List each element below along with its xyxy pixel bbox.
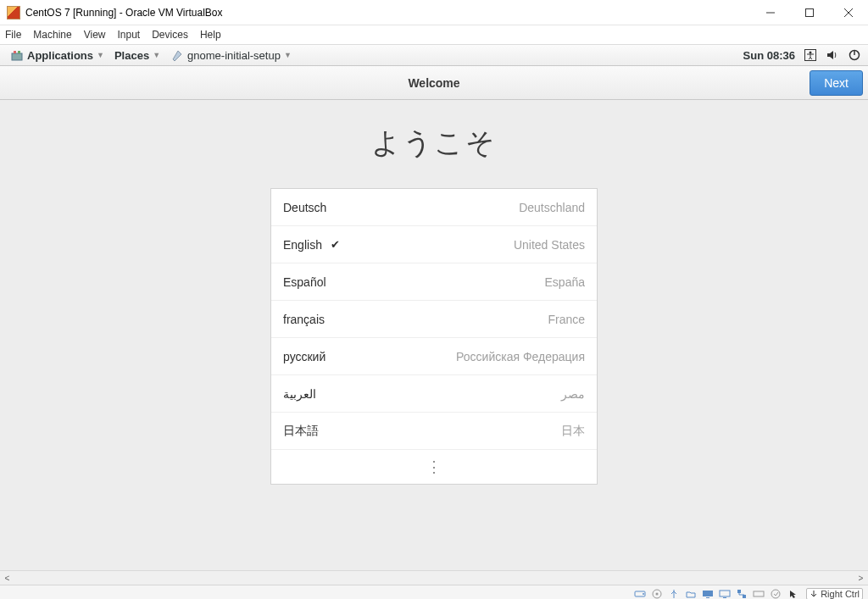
svg-point-12 [643, 593, 644, 595]
optical-status-icon[interactable] [650, 587, 663, 599]
check-icon: ✔ [331, 238, 340, 251]
harddisk-status-icon[interactable] [633, 587, 646, 599]
minimize-button[interactable] [751, 0, 790, 25]
vb-menu-help[interactable]: Help [200, 29, 221, 41]
svg-rect-17 [720, 591, 730, 596]
down-arrow-icon [810, 590, 818, 598]
svg-rect-18 [723, 597, 726, 598]
svg-rect-19 [737, 590, 741, 593]
applications-icon [10, 48, 24, 62]
vb-menu-devices[interactable]: Devices [152, 29, 188, 41]
svg-rect-20 [743, 595, 746, 598]
svg-rect-16 [706, 597, 709, 598]
vb-menu-file[interactable]: File [5, 29, 21, 41]
language-list: Deutsch Deutschland English ✔ United Sta… [270, 188, 598, 485]
recording-status-icon[interactable] [718, 587, 731, 599]
maximize-button[interactable] [790, 0, 829, 25]
initial-setup-icon [170, 48, 184, 62]
applications-menu[interactable]: Applications ▼ [7, 48, 108, 62]
gnome-top-bar: Applications ▼ Places ▼ gnome-initial-se… [0, 44, 868, 66]
mouse-integration-icon[interactable] [786, 587, 798, 599]
active-app-menu[interactable]: gnome-initial-setup ▼ [167, 48, 295, 62]
vb-menu-view[interactable]: View [84, 29, 106, 41]
clock[interactable]: Sun 08:36 [743, 49, 795, 62]
volume-icon[interactable] [826, 48, 839, 62]
audio-status-icon[interactable] [752, 587, 765, 599]
welcome-heading: ようこそ [0, 124, 868, 163]
network-status-icon[interactable] [735, 587, 748, 599]
language-item-russian[interactable]: русский Российская Федерация [271, 338, 597, 375]
language-item-espanol[interactable]: Español España [271, 263, 597, 301]
vb-menu-machine[interactable]: Machine [33, 29, 71, 41]
close-button[interactable] [829, 0, 868, 25]
display-status-icon[interactable] [701, 587, 714, 599]
shared-folder-status-icon[interactable] [684, 587, 697, 599]
host-horizontal-scrollbar[interactable]: < > [0, 570, 868, 585]
language-item-arabic[interactable]: العربية مصر [271, 375, 597, 413]
language-item-deutsch[interactable]: Deutsch Deutschland [271, 189, 597, 226]
vb-menu-input[interactable]: Input [118, 29, 141, 41]
scroll-right-arrow[interactable]: > [854, 574, 868, 583]
language-item-francais[interactable]: français France [271, 301, 597, 338]
svg-rect-15 [703, 591, 713, 596]
svg-rect-4 [12, 53, 22, 60]
svg-rect-6 [18, 51, 20, 53]
language-item-japanese[interactable]: 日本語 日本 [271, 413, 597, 450]
virtualbox-menubar: File Machine View Input Devices Help [0, 25, 868, 44]
svg-point-14 [655, 592, 658, 595]
page-title: Welcome [408, 76, 459, 90]
host-key-indicator[interactable]: Right Ctrl [806, 588, 863, 600]
virtualbox-icon [7, 6, 20, 19]
initial-setup-content: ようこそ Deutsch Deutschland English ✔ Unite… [0, 100, 868, 570]
chevron-down-icon: ▼ [153, 51, 160, 59]
window-title: CentOS 7 [Running] - Oracle VM VirtualBo… [25, 7, 751, 19]
svg-rect-1 [806, 8, 814, 16]
svg-point-22 [771, 590, 780, 598]
svg-point-8 [810, 52, 812, 54]
scroll-left-arrow[interactable]: < [0, 574, 14, 583]
chevron-down-icon: ▼ [284, 51, 292, 59]
language-item-english[interactable]: English ✔ United States [271, 226, 597, 263]
more-icon: ⋮ [426, 458, 442, 476]
accessibility-icon[interactable] [804, 48, 817, 62]
chevron-down-icon: ▼ [97, 51, 104, 59]
usb-status-icon[interactable] [667, 587, 680, 599]
initial-setup-headerbar: Welcome Next [0, 66, 868, 100]
virtualbox-statusbar: Right Ctrl [0, 585, 868, 599]
power-icon[interactable] [848, 48, 861, 62]
next-button[interactable]: Next [810, 70, 863, 96]
more-languages-button[interactable]: ⋮ [271, 450, 597, 484]
clipboard-status-icon[interactable] [769, 587, 782, 599]
svg-rect-21 [754, 591, 764, 596]
places-menu[interactable]: Places ▼ [111, 49, 164, 62]
host-window-titlebar: CentOS 7 [Running] - Oracle VM VirtualBo… [0, 0, 868, 25]
svg-rect-5 [14, 51, 16, 53]
